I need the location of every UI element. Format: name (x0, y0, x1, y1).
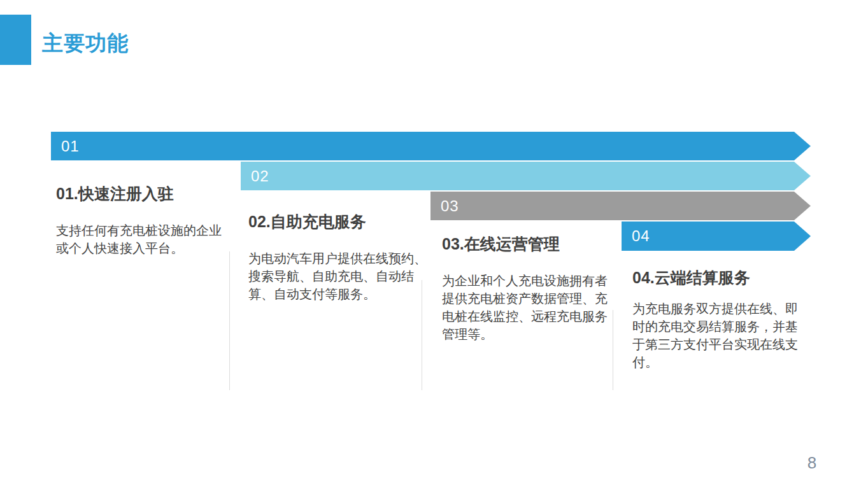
slide-title: 主要功能 (42, 29, 129, 58)
feature-03-heading: 03.在线运营管理 (442, 234, 620, 255)
banner-01-arrow: 01 (51, 132, 811, 160)
feature-03-body: 为企业和个人充电设施拥有者 提供充电桩资产数据管理、充 电桩在线监控、远程充电服… (442, 272, 620, 343)
column-divider-2 (422, 280, 422, 390)
feature-column-03: 03.在线运营管理 为企业和个人充电设施拥有者 提供充电桩资产数据管理、充 电桩… (442, 234, 620, 343)
feature-04-heading: 04.云端结算服务 (632, 267, 812, 288)
feature-02-body: 为电动汽车用户提供在线预约、 搜索导航、自助充电、自动结 算、自动支付等服务。 (248, 250, 427, 303)
column-divider-3 (613, 310, 613, 390)
banner-04-number: 04 (622, 227, 650, 245)
banner-01-number: 01 (51, 137, 80, 155)
banner-03-arrow: 03 (430, 192, 811, 220)
banner-03-number: 03 (430, 197, 459, 215)
banner-02-arrow: 02 (241, 162, 811, 190)
page-number: 8 (799, 453, 825, 473)
column-divider-1 (229, 251, 230, 390)
title-accent-square (0, 15, 31, 65)
slide-canvas: 主要功能 01 02 03 04 01.快速注册入驻 支持任何有充电桩设施的企业… (0, 0, 868, 485)
feature-04-body: 为充电服务双方提供在线、即 时的充电交易结算服务，并基 于第三方支付平台实现在线… (632, 300, 812, 371)
banner-04-arrow: 04 (622, 221, 811, 251)
feature-01-heading: 01.快速注册入驻 (56, 183, 232, 204)
feature-column-02: 02.自助充电服务 为电动汽车用户提供在线预约、 搜索导航、自助充电、自动结 算… (248, 211, 427, 303)
feature-column-01: 01.快速注册入驻 支持任何有充电桩设施的企业 或个人快速接入平台。 (56, 183, 232, 257)
banner-02-number: 02 (241, 167, 269, 185)
feature-01-body: 支持任何有充电桩设施的企业 或个人快速接入平台。 (56, 221, 232, 257)
feature-02-heading: 02.自助充电服务 (248, 211, 427, 232)
feature-column-04: 04.云端结算服务 为充电服务双方提供在线、即 时的充电交易结算服务，并基 于第… (632, 267, 812, 371)
